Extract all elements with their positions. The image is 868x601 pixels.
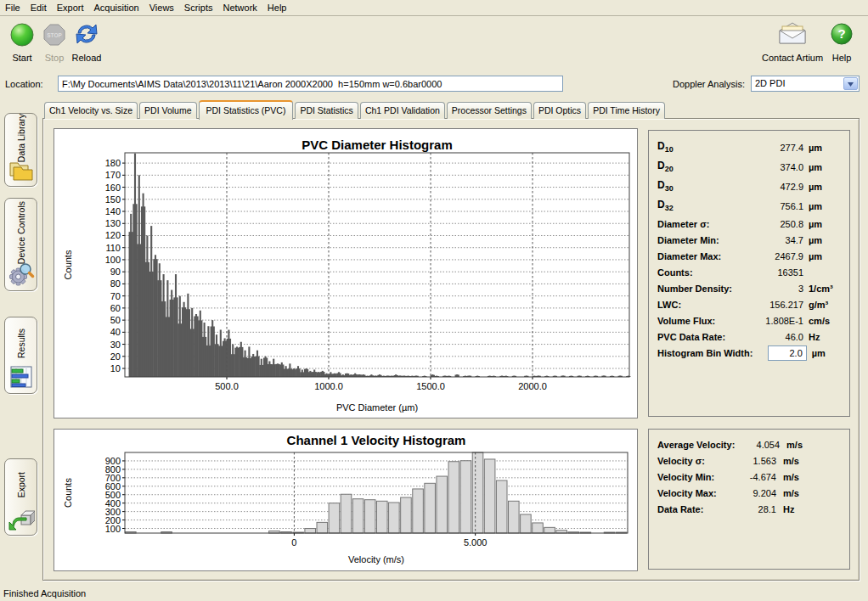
envelope-icon xyxy=(762,20,823,51)
help-button[interactable]: ? Help xyxy=(823,20,860,63)
menu-views[interactable]: Views xyxy=(144,1,179,14)
tab-pdi-time-history[interactable]: PDI Time History xyxy=(588,102,665,119)
velocity-stat-row: Velocity Min:-4.674m/s xyxy=(649,469,849,485)
svg-text:170: 170 xyxy=(105,170,121,180)
stop-icon: STOP xyxy=(39,20,70,51)
tab-pdi-optics[interactable]: PDI Optics xyxy=(533,102,586,119)
stat-value: 3 xyxy=(744,284,803,294)
pvc-stat-row: Diameter σ:250.8µm xyxy=(649,216,849,232)
doppler-analysis-select[interactable]: 2D PDI xyxy=(751,76,860,92)
stat-unit: µm xyxy=(809,201,843,211)
svg-text:Velocity (m/s): Velocity (m/s) xyxy=(348,554,404,564)
sidebar-item-label: Device Controls xyxy=(16,201,26,264)
svg-text:Counts: Counts xyxy=(63,478,73,508)
sidebar-item-label: Results xyxy=(16,329,26,358)
stat-unit: µm xyxy=(809,219,843,229)
start-icon xyxy=(3,20,41,51)
help-icon: ? xyxy=(823,20,860,51)
svg-text:110: 110 xyxy=(105,243,121,253)
stat-label: Average Velocity: xyxy=(657,440,735,450)
stat-value: 374.0 xyxy=(744,162,803,172)
stat-value: 34.7 xyxy=(744,235,803,245)
svg-text:PVC Diameter (µm): PVC Diameter (µm) xyxy=(336,402,418,413)
stat-value: 4.054 xyxy=(735,440,780,450)
velocity-stat-row: Average Velocity:4.054m/s xyxy=(649,436,849,452)
tab-pdi-statistics-pvc-[interactable]: PDI Statistics (PVC) xyxy=(199,100,294,120)
svg-text:500.0: 500.0 xyxy=(215,381,239,391)
tab-ch1-velocity-vs-size[interactable]: Ch1 Velocity vs. Size xyxy=(44,102,138,119)
stat-value: 1.808E-1 xyxy=(744,316,803,326)
stat-unit: µm xyxy=(809,235,843,245)
menu-acquisition[interactable]: Acquisition xyxy=(89,1,144,14)
stat-value: 1.563 xyxy=(729,456,776,466)
stat-unit: Hz xyxy=(809,332,843,342)
pvc-stat-row: D20374.0µm xyxy=(649,157,849,177)
stat-label: Velocity σ: xyxy=(657,456,729,466)
tab-pdi-volume[interactable]: PDI Volume xyxy=(139,102,196,119)
contact-artium-button[interactable]: Contact Artium xyxy=(762,20,823,63)
stat-value: 756.1 xyxy=(744,201,803,211)
stat-unit: m/s xyxy=(783,488,843,498)
sidebar-item-device-controls[interactable]: Device Controls xyxy=(4,198,37,291)
doppler-analysis-value: 2D PDI xyxy=(755,78,785,88)
pvc-stats-panel: D10277.4µmD20374.0µmD30472.9µmD32756.1µm… xyxy=(648,130,850,417)
menu-help[interactable]: Help xyxy=(262,1,292,14)
tab-pdi-statistics[interactable]: PDI Statistics xyxy=(295,102,358,119)
stat-value: 46.0 xyxy=(744,332,803,342)
dropdown-button[interactable] xyxy=(843,77,858,90)
menu-scripts[interactable]: Scripts xyxy=(179,1,218,14)
menu-file[interactable]: File xyxy=(0,1,25,14)
tab-processor-settings[interactable]: Processor Settings xyxy=(447,102,532,119)
stat-label: Diameter Min: xyxy=(657,235,744,245)
stat-label: D10 xyxy=(657,140,744,154)
pvc-stat-row: D32756.1µm xyxy=(649,196,849,216)
pvc-histogram-panel: PVC Diameter HistogramCountsPVC Diameter… xyxy=(54,128,638,418)
status-text: Finished Acquisition xyxy=(3,588,86,598)
stat-value: 16351 xyxy=(744,267,803,278)
svg-text:5.000: 5.000 xyxy=(464,537,488,548)
menu-edit[interactable]: Edit xyxy=(25,1,52,14)
stat-label: D20 xyxy=(657,160,744,173)
tab-bar: Ch1 Velocity vs. SizePDI VolumePDI Stati… xyxy=(44,98,667,119)
reload-button[interactable]: Reload xyxy=(70,20,104,63)
svg-text:2000.0: 2000.0 xyxy=(518,381,547,391)
velocity-histogram-panel: Channel 1 Velocity HistogramCountsVeloci… xyxy=(54,429,638,571)
menu-export[interactable]: Export xyxy=(52,1,89,14)
stat-label: Data Rate: xyxy=(657,504,729,514)
pvc-stat-row: Volume Flux:1.808E-1cm/s xyxy=(649,312,849,329)
stat-value: 9.204 xyxy=(729,488,776,498)
svg-text:0: 0 xyxy=(291,537,296,548)
reload-icon xyxy=(70,20,104,51)
pvc-stat-row: Diameter Max:2467.9µm xyxy=(649,248,849,264)
stat-label: Volume Flux: xyxy=(657,316,744,326)
pvc-stat-row: D30472.9µm xyxy=(649,177,849,196)
status-bar: Finished Acquisition xyxy=(3,588,86,598)
sidebar-item-results[interactable]: Results xyxy=(4,317,37,394)
svg-text:140: 140 xyxy=(105,206,121,216)
start-button[interactable]: Start xyxy=(3,20,41,63)
contact-artium-label: Contact Artium xyxy=(762,53,823,63)
location-label: Location: xyxy=(5,79,43,89)
svg-text:150: 150 xyxy=(105,194,121,205)
sidebar-item-data-library[interactable]: Data Library xyxy=(4,113,37,187)
histogram-bin-width-input[interactable] xyxy=(768,345,807,361)
stat-label: D32 xyxy=(657,199,744,212)
sidebar-item-export[interactable]: Export xyxy=(4,458,37,536)
stat-unit: m/s xyxy=(783,456,843,466)
svg-text:160: 160 xyxy=(105,183,121,193)
stat-unit: g/m³ xyxy=(809,300,843,310)
menu-network[interactable]: Network xyxy=(217,1,262,14)
export-arrow-icon xyxy=(8,506,35,533)
stat-value xyxy=(752,345,806,361)
tab-ch1-pdi-validation[interactable]: Ch1 PDI Validation xyxy=(360,102,445,119)
stat-label: Diameter Max: xyxy=(657,251,744,261)
start-label: Start xyxy=(3,53,41,63)
location-input[interactable] xyxy=(58,76,563,92)
svg-text:Counts: Counts xyxy=(63,250,73,279)
stat-label: Counts: xyxy=(657,267,744,278)
sidebar-item-label: Data Library xyxy=(16,114,26,162)
stat-label: Velocity Min: xyxy=(657,472,729,482)
svg-text:100: 100 xyxy=(105,255,121,265)
velocity-stats-panel: Average Velocity:4.054m/sVelocity σ:1.56… xyxy=(648,429,850,570)
stat-unit: µm xyxy=(809,182,843,192)
